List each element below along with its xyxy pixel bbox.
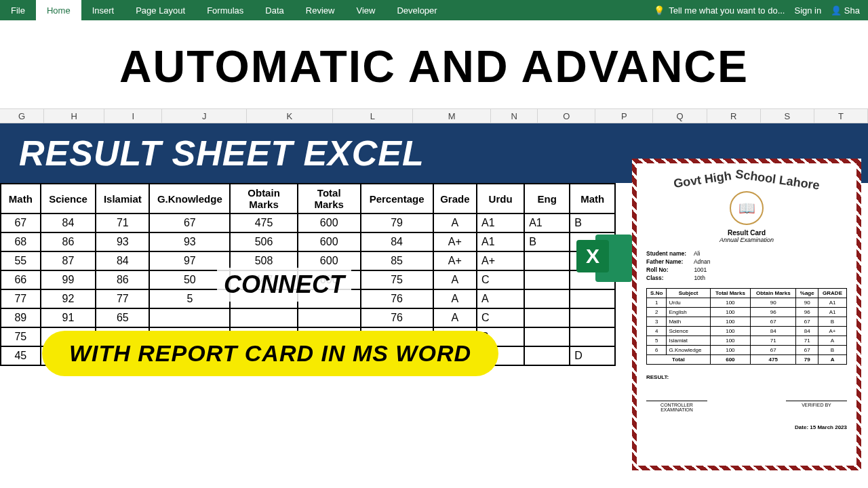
cell[interactable]: 76 [361,289,433,308]
cell[interactable]: 600 [298,232,361,251]
header-cell[interactable]: Eng [524,184,570,214]
cell[interactable]: A+ [433,232,477,251]
share-button[interactable]: 👤 Sha [831,5,860,16]
table-row: 89916576AC [1,308,615,327]
cell[interactable]: 45 [1,346,41,365]
cell[interactable]: 85 [361,251,433,270]
cell[interactable] [524,251,570,270]
cell[interactable]: 475 [230,214,297,232]
cell[interactable]: D [570,346,615,365]
cell[interactable] [570,289,615,308]
header-cell[interactable]: Math [570,184,615,214]
cell[interactable]: A [433,270,477,289]
ribbon-tab-review[interactable]: Review [295,0,346,20]
cell[interactable]: A+ [477,251,524,270]
header-cell[interactable]: Grade [433,184,477,214]
column-header-I[interactable]: I [104,109,162,123]
header-cell[interactable]: G.Knowledge [149,184,230,214]
cell[interactable]: 84 [96,251,149,270]
cell[interactable] [524,346,570,365]
cell[interactable]: 86 [96,270,149,289]
column-header-H[interactable]: H [44,109,104,123]
column-header-G[interactable]: G [0,109,44,123]
column-header-M[interactable]: M [413,109,491,123]
ribbon-tab-view[interactable]: View [345,0,386,20]
title-overlay: AUTOMATIC AND ADVANCE [0,20,868,108]
column-header-R[interactable]: R [707,109,761,123]
cell[interactable]: 600 [298,214,361,232]
ribbon-tab-home[interactable]: Home [36,0,81,20]
cell[interactable]: A1 [524,214,570,232]
column-header-P[interactable]: P [595,109,653,123]
cell[interactable] [524,270,570,289]
column-header-Q[interactable]: Q [653,109,707,123]
cell[interactable]: 86 [41,232,96,251]
ribbon-tab-formulas[interactable]: Formulas [196,0,254,20]
header-cell[interactable]: Total Marks [298,184,361,214]
column-header-K[interactable]: K [247,109,333,123]
ribbon-tab-file[interactable]: File [0,0,36,20]
cell[interactable]: 55 [1,251,41,270]
cell[interactable]: C [477,270,524,289]
cell[interactable]: A [433,308,477,327]
cell[interactable]: 87 [41,251,96,270]
cell[interactable]: A1 [477,232,524,251]
column-header-N[interactable]: N [491,109,538,123]
sign-in-link[interactable]: Sign in [794,5,821,16]
tell-me-search[interactable]: 💡 Tell me what you want to do... [654,5,785,16]
header-cell[interactable]: Obtain Marks [230,184,297,214]
cell[interactable]: 91 [41,308,96,327]
column-header-O[interactable]: O [538,109,595,123]
header-cell[interactable]: Percentage [361,184,433,214]
cell[interactable] [149,308,230,327]
ribbon-tab-insert[interactable]: Insert [81,0,125,20]
cell[interactable]: A+ [433,251,477,270]
cell[interactable] [524,327,570,346]
column-header-J[interactable]: J [162,109,247,123]
cell[interactable]: A [477,289,524,308]
cell[interactable]: 76 [361,308,433,327]
cell[interactable]: 66 [1,270,41,289]
cell[interactable]: C [477,308,524,327]
cell[interactable]: 84 [41,214,96,232]
header-cell[interactable]: Islamiat [96,184,149,214]
header-cell[interactable]: Urdu [477,184,524,214]
cell[interactable] [570,308,615,327]
cell[interactable]: 75 [361,270,433,289]
cell[interactable]: 67 [1,214,41,232]
cell[interactable]: 77 [96,289,149,308]
cell[interactable] [570,327,615,346]
cell[interactable]: B [570,214,615,232]
cell[interactable]: A [433,289,477,308]
ribbon-tab-page-layout[interactable]: Page Layout [125,0,196,20]
cell[interactable] [230,308,297,327]
cell[interactable]: 92 [41,289,96,308]
cell[interactable]: 93 [96,232,149,251]
cell[interactable]: 506 [230,232,297,251]
cell[interactable]: 84 [361,232,433,251]
cell[interactable]: 79 [361,214,433,232]
header-cell[interactable]: Math [1,184,41,214]
column-header-T[interactable]: T [814,109,868,123]
ribbon-tab-developer[interactable]: Developer [386,0,448,20]
cell[interactable]: 77 [1,289,41,308]
cell[interactable]: 75 [1,327,41,346]
cell[interactable]: 68 [1,232,41,251]
cell[interactable]: 67 [149,214,230,232]
cell[interactable]: 93 [149,232,230,251]
cell[interactable]: 65 [96,308,149,327]
cell[interactable]: A1 [477,214,524,232]
cell[interactable] [524,289,570,308]
cell[interactable]: 71 [96,214,149,232]
cell[interactable]: A [433,214,477,232]
cell[interactable]: B [524,232,570,251]
column-header-S[interactable]: S [761,109,814,123]
cell[interactable] [298,308,361,327]
connect-overlay: CONNECT [217,268,351,302]
cell[interactable]: 89 [1,308,41,327]
column-header-L[interactable]: L [333,109,414,123]
cell[interactable] [524,308,570,327]
cell[interactable]: 99 [41,270,96,289]
ribbon-tab-data[interactable]: Data [254,0,294,20]
header-cell[interactable]: Science [41,184,96,214]
